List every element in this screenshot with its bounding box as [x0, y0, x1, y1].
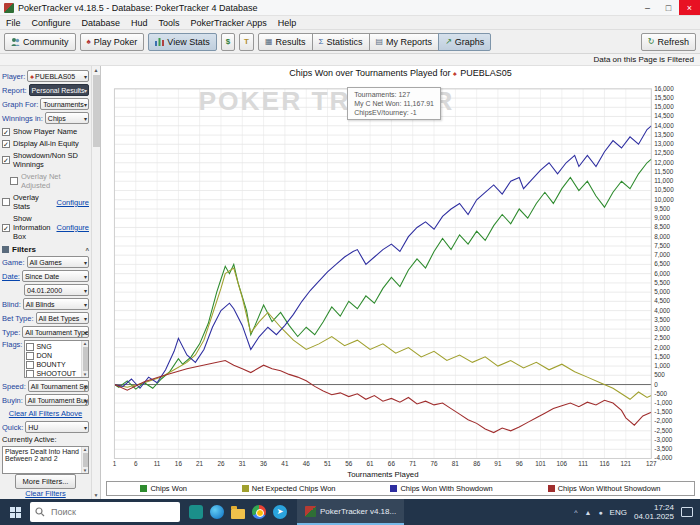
tray-language[interactable]: ENG	[610, 508, 627, 517]
tab-my-reports[interactable]: ▤ My Reports	[369, 33, 440, 51]
scroll-down-icon[interactable]: ▼	[83, 468, 87, 473]
collapse-filters-icon[interactable]: ˄	[85, 247, 89, 253]
overlay-stats-checkbox[interactable]	[2, 198, 10, 206]
currently-active-label: Currently Active:	[2, 435, 89, 444]
flags-listbox[interactable]: SNG DON BOUNTY SHOOTOUT ▲	[24, 340, 89, 378]
flag-item-sng[interactable]: SNG	[26, 342, 80, 351]
filter-notice: Data on this Page is Filtered	[594, 55, 695, 64]
active-filter-text: Players Dealt Into Hand Between 2 and 2	[5, 448, 79, 462]
quick-filter-select[interactable]: HU	[25, 421, 89, 433]
speed-filter-select[interactable]: All Tournament Speeds	[28, 380, 89, 392]
legend-item: Net Expected Chips Won	[242, 484, 336, 493]
type-filter-select[interactable]: All Tournament Types	[22, 326, 89, 338]
overlay-stats-configure-link[interactable]: Configure	[56, 198, 89, 207]
blind-filter-select[interactable]: All Blinds	[23, 298, 89, 310]
scrollbar-thumb[interactable]	[93, 75, 100, 147]
report-select[interactable]: Personal Results	[29, 84, 89, 96]
currently-active-box[interactable]: Players Dealt Into Hand Between 2 and 2 …	[2, 446, 89, 474]
show-information-box-checkbox[interactable]: ✓	[2, 224, 10, 232]
date-filter-label[interactable]: Date:	[2, 272, 20, 281]
player-select[interactable]: ♠ PUEBLAS05	[27, 70, 89, 82]
pokertracker-app-icon	[4, 3, 14, 13]
svg-text:6,000: 6,000	[654, 270, 670, 277]
date-from-select[interactable]: 04.01.2000	[24, 284, 89, 296]
flag-item-bounty[interactable]: BOUNTY	[26, 360, 80, 369]
search-input[interactable]	[49, 506, 149, 518]
community-button[interactable]: Community	[4, 33, 76, 51]
maximize-button[interactable]: □	[658, 0, 679, 15]
bet-type-filter-select[interactable]: All Bet Types	[36, 312, 89, 324]
showdown-winnings-row: ✓ Showdown/Non SD Winnings	[2, 151, 89, 169]
tab-results[interactable]: ▦ Results	[258, 33, 313, 51]
refresh-button[interactable]: ↻ Refresh	[641, 33, 696, 51]
svg-text:-1,500: -1,500	[654, 408, 672, 415]
menu-item-configure[interactable]: Configure	[32, 18, 71, 28]
messenger-icon[interactable]: ➤	[273, 505, 287, 519]
flags-scrollbar[interactable]: ▲ ▼	[81, 341, 88, 377]
tray-clock[interactable]: 17:24 04.01.2025	[634, 503, 674, 521]
flag-sng-checkbox[interactable]	[26, 343, 34, 351]
clear-filters-link[interactable]: Clear Filters	[25, 489, 65, 498]
chart-info-box[interactable]: Tournaments: 127 My C Net Won: 11,167.91…	[347, 87, 441, 120]
tray-icon-network[interactable]: ▲	[584, 509, 591, 516]
overlay-net-adjusted-checkbox[interactable]	[10, 177, 18, 185]
flag-don-checkbox[interactable]	[26, 352, 34, 360]
menu-item-database[interactable]: Database	[82, 18, 121, 28]
menu-item-tools[interactable]: Tools	[159, 18, 180, 28]
svg-text:10,000: 10,000	[654, 196, 674, 203]
buyin-filter-select[interactable]: All Tournament Buyins	[25, 394, 89, 406]
filters-header[interactable]: Filters ˄	[2, 245, 89, 254]
notification-center-icon[interactable]	[681, 507, 693, 517]
sidebar-scrollbar[interactable]: ▲ ▼	[91, 66, 100, 499]
minimize-button[interactable]: –	[637, 0, 658, 15]
active-box-scrollbar[interactable]: ▲ ▼	[81, 447, 88, 473]
svg-text:121: 121	[621, 460, 632, 467]
tournaments-toggle[interactable]: T	[239, 33, 254, 51]
media-app-icon[interactable]	[189, 505, 203, 519]
scrollbar-thumb[interactable]	[83, 347, 88, 371]
more-filters-button[interactable]: More Filters...	[15, 474, 77, 489]
scroll-up-icon[interactable]: ▲	[83, 447, 87, 452]
date-filter-select[interactable]: Since Date	[22, 270, 89, 282]
report-row: Report: Personal Results	[2, 84, 89, 96]
view-stats-button[interactable]: View Stats	[148, 33, 216, 51]
my-reports-icon: ▤	[376, 38, 384, 46]
taskbar-search[interactable]	[30, 502, 180, 522]
show-player-name-checkbox[interactable]: ✓	[2, 128, 10, 136]
scroll-up-icon[interactable]: ▲	[94, 67, 99, 73]
flag-bounty-checkbox[interactable]	[26, 361, 34, 369]
taskbar-pokertracker-button[interactable]: PokerTracker v4.18...	[297, 499, 404, 525]
file-explorer-icon[interactable]	[231, 509, 245, 519]
scroll-up-icon[interactable]: ▲	[83, 341, 87, 346]
chrome-browser-icon[interactable]	[252, 505, 266, 519]
scroll-down-icon[interactable]: ▼	[94, 492, 99, 498]
game-filter-select[interactable]: All Games	[27, 256, 89, 268]
flag-item-don[interactable]: DON	[26, 351, 80, 360]
showdown-winnings-checkbox[interactable]: ✓	[2, 156, 10, 164]
svg-text:1: 1	[113, 460, 117, 467]
clear-all-filters-above-link[interactable]: Clear All Filters Above	[9, 409, 82, 418]
tab-graphs[interactable]: ↗ Graphs	[438, 33, 491, 51]
menu-item-hud[interactable]: Hud	[131, 18, 148, 28]
start-button[interactable]	[0, 499, 30, 525]
flag-shootout-checkbox[interactable]	[26, 370, 34, 378]
information-box-configure-link[interactable]: Configure	[56, 223, 89, 232]
graph-for-select[interactable]: Tournaments	[40, 98, 89, 110]
display-allin-equity-checkbox[interactable]: ✓	[2, 140, 10, 148]
close-button[interactable]: ×	[679, 0, 700, 15]
tray-chevron-icon[interactable]: ^	[574, 509, 577, 516]
winnings-in-select[interactable]: Chips	[45, 112, 89, 124]
tab-statistics[interactable]: Σ Statistics	[312, 33, 370, 51]
svg-text:86: 86	[473, 460, 481, 467]
menu-item-file[interactable]: File	[6, 18, 21, 28]
menu-item-pokertracker-apps[interactable]: PokerTracker Apps	[191, 18, 267, 28]
flag-item-shootout[interactable]: SHOOTOUT	[26, 369, 80, 378]
tray-icon-volume[interactable]: ●	[598, 509, 602, 516]
scroll-down-icon[interactable]: ▼	[83, 372, 87, 377]
menu-item-help[interactable]: Help	[278, 18, 297, 28]
cash-games-toggle[interactable]: $	[221, 33, 235, 51]
play-poker-button[interactable]: ♠ Play Poker	[80, 33, 145, 51]
svg-text:-3,000: -3,000	[654, 436, 672, 443]
scrollbar-thumb[interactable]	[83, 453, 88, 467]
edge-browser-icon[interactable]	[210, 505, 224, 519]
